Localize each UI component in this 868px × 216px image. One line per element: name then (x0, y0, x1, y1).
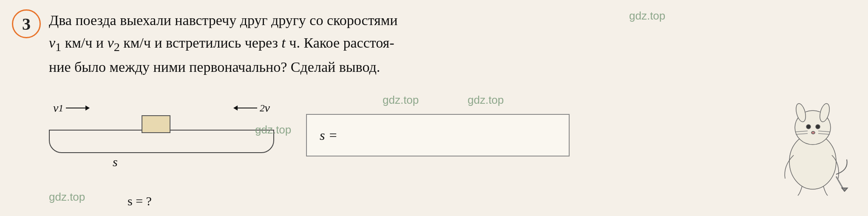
v1-label: v (53, 101, 58, 115)
number-label: 3 (22, 14, 31, 34)
svg-point-3 (818, 102, 831, 123)
v2-text: v (108, 35, 114, 51)
answer-s-label: s = (320, 128, 338, 143)
svg-point-2 (794, 102, 808, 123)
watermark-4: gdz.top (468, 94, 504, 107)
text-line1: Два поезда выехали навстречу друг другу … (49, 12, 397, 28)
v1-text: v (49, 35, 55, 51)
watermark-3: gdz.top (383, 94, 419, 107)
v2-label: v (265, 101, 270, 115)
answer-box: s = (306, 114, 570, 156)
v1-arrow-line (66, 108, 89, 108)
problem-text: Два поезда выехали навстречу друг другу … (49, 9, 635, 79)
cat-svg (770, 81, 855, 200)
watermark-5: gdz.top (629, 9, 665, 23)
bottom-s-label: s (113, 155, 118, 169)
text-line3: ние было между ними первоначально? Сдела… (49, 59, 380, 75)
v2-arrow: v2 (234, 101, 270, 115)
v2-arrow-line (234, 108, 257, 108)
cat-illustration (770, 81, 855, 200)
svg-point-6 (811, 131, 815, 134)
watermark-2: gdz.top (255, 123, 291, 136)
page-container: 3 Два поезда выехали навстречу друг друг… (0, 0, 868, 216)
train-box (142, 115, 170, 133)
v1-arrow: v1 (53, 101, 89, 115)
problem-number: 3 (12, 9, 41, 38)
bottom-note: s = ? (128, 194, 152, 208)
train-track (49, 130, 274, 153)
svg-point-5 (816, 125, 820, 129)
text-line2: v1 км/ч и v2 км/ч и встретились через t … (49, 35, 394, 51)
svg-marker-8 (842, 188, 848, 191)
train-diagram: v1 v2 s (49, 98, 274, 166)
svg-point-4 (806, 125, 811, 129)
watermark-1: gdz.top (49, 190, 85, 204)
t-text: t (281, 35, 285, 51)
